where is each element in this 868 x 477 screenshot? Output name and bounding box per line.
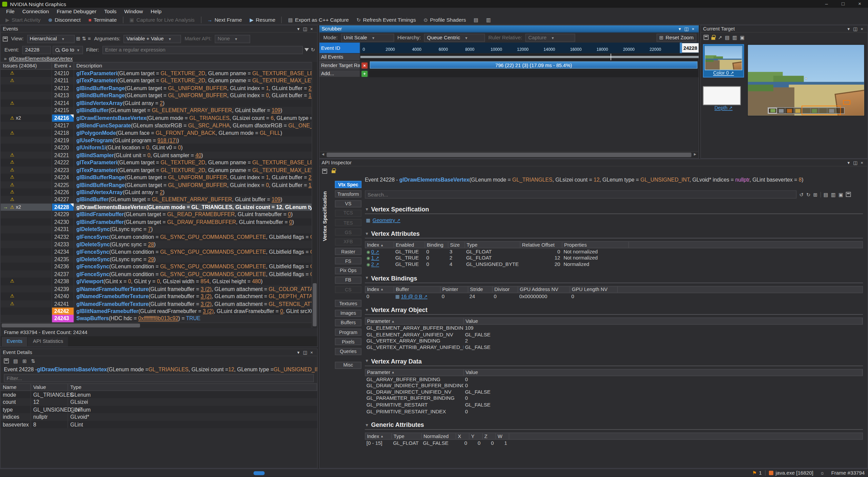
event-id-cell[interactable]: 24224: [52, 174, 74, 181]
copy-icon[interactable]: [704, 35, 709, 40]
section-vertex-attributes[interactable]: ▼ Vertex Attributes: [365, 230, 863, 238]
event-row[interactable]: 24213glBindBufferRange(GLenum target = G…: [1, 92, 312, 100]
event-number-input[interactable]: [22, 46, 51, 54]
column-index[interactable]: Index▲: [366, 286, 394, 292]
geometry-link[interactable]: Geometry ↗: [373, 217, 400, 223]
column-name[interactable]: Name: [1, 384, 31, 391]
attribute-index-link[interactable]: 0 ↗: [371, 249, 379, 254]
event-row[interactable]: 24237glFenceSync(GLenum condition = GL_S…: [1, 270, 312, 278]
column-size[interactable]: Size: [448, 242, 465, 248]
all-events-track[interactable]: [360, 54, 699, 61]
column-index[interactable]: Index▲: [366, 433, 392, 439]
column-gpu-address-nv[interactable]: GPU Address NV: [518, 286, 570, 292]
depth-link[interactable]: Depth ↗: [714, 105, 732, 110]
stage-images[interactable]: Images: [335, 310, 361, 317]
column-value[interactable]: Value: [464, 369, 863, 375]
expand-view-icon[interactable]: ⊞: [813, 192, 817, 197]
event-row[interactable]: 24243SwapBuffers(HDC hdc = 0xffffffff8b0…: [1, 315, 312, 323]
disconnect-button[interactable]: ⊗Disconnect: [45, 15, 84, 24]
panel-menu-icon[interactable]: ▾: [845, 26, 852, 32]
scroll-left-icon[interactable]: ◄: [321, 152, 325, 156]
event-row[interactable]: 24212glBindBufferRange(GLenum target = G…: [1, 85, 312, 92]
panel-close-icon[interactable]: ×: [308, 350, 315, 355]
stage-vs[interactable]: VS: [335, 200, 361, 207]
event-id-cell[interactable]: 24217: [52, 122, 74, 129]
export-as-c-capture-button[interactable]: ▤Export as C++ Capture: [285, 15, 352, 24]
collapse-triangle-icon[interactable]: ▼: [365, 422, 369, 428]
pop-out-icon[interactable]: ↗: [718, 35, 722, 40]
column-issues[interactable]: Issues (24084): [1, 62, 52, 69]
table-row[interactable]: GL_ELEMENT_ARRAY_BUFFER_BINDING109: [365, 325, 863, 331]
event-row[interactable]: ⚠24214glBindVertexArray(GLuint array = 2…: [1, 99, 312, 107]
event-row[interactable]: ⚠24210glTexParameteri(GLenum target = GL…: [1, 70, 312, 77]
event-id-cell[interactable]: 24226: [52, 189, 74, 196]
event-id-cell[interactable]: 24236: [52, 263, 74, 270]
section-vertex-array-data[interactable]: ▼ Vertex Array Data: [365, 358, 863, 366]
table-row[interactable]: ◉0 ↗GL_TRUE03GL_FLOAT0Not normalized: [365, 248, 863, 255]
event-id-cell[interactable]: 24242: [52, 308, 74, 315]
visibility-icon[interactable]: ◉: [367, 262, 370, 267]
menu-connection[interactable]: Connection: [18, 8, 53, 15]
event-row[interactable]: ⚠x224216glDrawElementsBaseVertex(GLenum …: [1, 114, 312, 122]
table-row[interactable]: GL_PRIMITIVE_RESTARTGL_FALSE: [365, 402, 863, 408]
panel-pin-icon[interactable]: ◫: [302, 26, 309, 32]
expand-all-icon[interactable]: ⊞: [76, 36, 80, 41]
event-id-cell[interactable]: 24231: [52, 226, 74, 233]
events-vertical-scrollbar[interactable]: [312, 62, 317, 328]
event-row[interactable]: ⚠24221glBindSampler(GLuint unit = 0, GLu…: [1, 151, 312, 159]
render-target-preview[interactable]: +: [747, 44, 865, 116]
event-row[interactable]: 24231glDeleteSync(GLsync sync = 7): [1, 226, 312, 233]
column-parameter[interactable]: Parameter▲: [366, 369, 464, 375]
event-id-cell[interactable]: 24215: [52, 107, 74, 114]
event-id-cell[interactable]: 24230: [52, 218, 74, 226]
event-row[interactable]: ⚠24240glNamedFramebufferTexture(GLuint f…: [1, 293, 312, 300]
stage-fb[interactable]: FB: [335, 276, 361, 284]
mode-dropdown[interactable]: Unit Scale▼: [341, 34, 394, 42]
column-gpu-length-nv[interactable]: GPU Length NV: [570, 286, 618, 292]
table-row[interactable]: GL_VERTEX_ATTRIB_ARRAY_UNIFIED_NVGL_FALS…: [365, 344, 863, 351]
column-event[interactable]: Event▲: [52, 62, 74, 69]
event-id-ruler[interactable]: 24228 0200040006000800010000120001400016…: [360, 43, 699, 54]
column-index[interactable]: Index▲: [366, 242, 394, 248]
table-row[interactable]: GL_PRIMITIVE_RESTART_INDEX0: [365, 408, 863, 414]
lock-icon[interactable]: [332, 170, 335, 173]
close-button[interactable]: ×: [851, 0, 868, 8]
event-id-cell[interactable]: 24229: [52, 211, 74, 219]
table-row[interactable]: 0▦ 16 @ 0 B ↗02400x000000000: [365, 293, 863, 299]
column-type[interactable]: Type: [465, 242, 520, 248]
color0-attachment-tile[interactable]: Color 0 ↗: [703, 44, 744, 78]
column-y[interactable]: Y: [469, 433, 482, 439]
collapse-triangle-icon[interactable]: ▼: [365, 231, 369, 236]
maximize-button[interactable]: □: [835, 0, 851, 8]
list-view-icon[interactable]: ▤: [824, 192, 828, 197]
event-row[interactable]: 24217glBlendFuncSeparate(GLenum sfactorR…: [1, 122, 312, 129]
table-row[interactable]: [0 - 15]GL_FLOATGL_FALSE0001: [365, 440, 863, 446]
event-id-cell[interactable]: 24225: [52, 181, 74, 189]
event-id-cell[interactable]: 24211: [52, 77, 74, 85]
column-binding[interactable]: Binding: [425, 242, 449, 248]
event-id-cell[interactable]: 24222: [52, 159, 74, 166]
event-row[interactable]: 24232glFenceSync(GLenum condition = GL_S…: [1, 233, 312, 241]
event-row[interactable]: 24230glBindFramebuffer(GLenum target = G…: [1, 218, 312, 226]
column-z[interactable]: Z: [483, 433, 496, 439]
parameter-row[interactable]: indicesnullptrGLvoid*: [1, 413, 317, 421]
menu-file[interactable]: File: [2, 8, 19, 15]
scroll-right-icon[interactable]: ►: [693, 152, 697, 156]
event-id-cell[interactable]: 24210: [52, 70, 74, 77]
section-vertex-array-object[interactable]: ▼ Vertex Array Object: [365, 307, 863, 315]
event-id-cell[interactable]: 24227: [52, 196, 74, 204]
event-row[interactable]: ⚠24224glBindBufferRange(GLenum target = …: [1, 174, 312, 181]
event-row[interactable]: 24220glUniform1i(GLint location = 0, GLi…: [1, 144, 312, 151]
histogram-icon[interactable]: ▥: [732, 35, 737, 40]
event-id-cell[interactable]: 24221: [52, 151, 74, 159]
column-stride[interactable]: Stride: [468, 286, 493, 292]
collapse-triangle-icon[interactable]: ▼: [365, 358, 369, 364]
column-parameter[interactable]: Parameter▲: [366, 318, 464, 324]
stage-program[interactable]: Program: [335, 329, 361, 336]
table-row[interactable]: GL_PARAMETER_BUFFER_BINDING0: [365, 395, 863, 402]
minimize-button[interactable]: –: [818, 0, 835, 8]
save-icon[interactable]: ▣: [740, 35, 745, 40]
menu-help[interactable]: Help: [147, 8, 165, 15]
visibility-icon[interactable]: ◉: [367, 256, 370, 261]
event-id-cell[interactable]: 24241: [52, 300, 74, 308]
